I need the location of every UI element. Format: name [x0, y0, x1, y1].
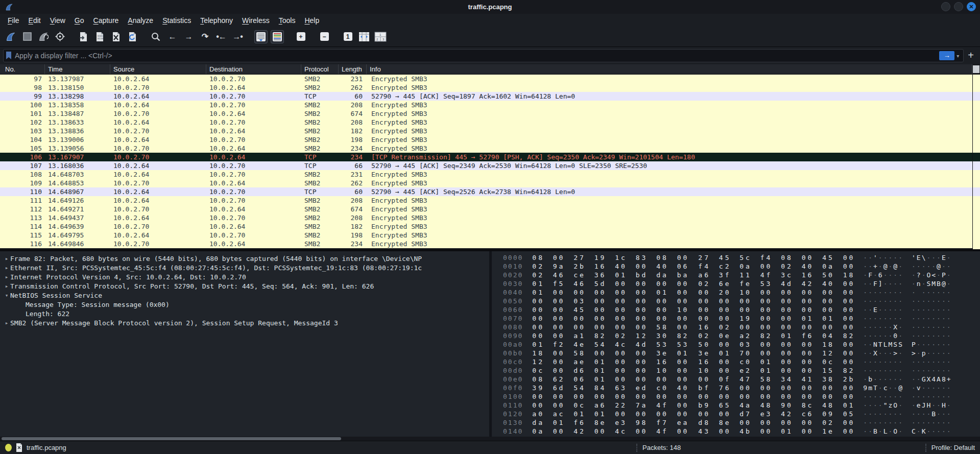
column-header-time[interactable]: Time: [45, 64, 110, 74]
hex-row[interactable]: 00f039 6d 54 84 63 ed c0 40bf 76 00 00 0…: [503, 384, 980, 393]
packet-row[interactable]: 10713.16803610.0.2.6410.0.2.70TCP6652790…: [0, 161, 972, 170]
packet-row[interactable]: 11514.64979510.0.2.6410.0.2.70SMB2198Enc…: [0, 231, 972, 240]
column-header-destination[interactable]: Destination: [206, 64, 301, 74]
apply-filter-button[interactable]: →: [939, 51, 954, 60]
hex-row[interactable]: 010000 00 00 00 00 00 00 0000 00 00 00 0…: [503, 393, 980, 401]
hex-row[interactable]: 00a001 f2 4e 54 4c 4d 53 5350 00 03 00 0…: [503, 341, 980, 349]
packet-row[interactable]: 9813.13815010.0.2.7010.0.2.64SMB2262Encr…: [0, 83, 972, 92]
packet-row[interactable]: 11014.64896710.0.2.6410.0.2.70TCP6052790…: [0, 187, 972, 196]
hex-row[interactable]: 0130da 01 f6 8e e3 98 f7 ead8 8e 00 00 0…: [503, 419, 980, 427]
tree-collapsed-arrow-icon[interactable]: ▸: [3, 283, 10, 290]
packet-row[interactable]: 10613.16790710.0.2.7010.0.2.64TCP234[TCP…: [0, 153, 972, 161]
capture-file-properties-icon[interactable]: [16, 443, 22, 452]
column-header-no[interactable]: No.: [0, 64, 45, 74]
go-last-packet-button[interactable]: →•: [231, 30, 244, 43]
detail-line[interactable]: ▸Internet Protocol Version 4, Src: 10.0.…: [3, 272, 489, 281]
packet-row[interactable]: 10914.64885310.0.2.7010.0.2.64SMB2262Enc…: [0, 179, 972, 187]
packet-list-scrollbar-minimap[interactable]: [972, 75, 980, 249]
hex-row[interactable]: 003001 f5 46 5d 00 00 00 0002 6e fe 53 4…: [503, 280, 980, 289]
hex-row[interactable]: 004001 00 00 00 00 00 01 0000 20 10 00 0…: [503, 289, 980, 297]
restart-capture-button[interactable]: [37, 30, 50, 43]
packet-row[interactable]: 11614.64984610.0.2.7010.0.2.64SMB2234Enc…: [0, 240, 972, 248]
start-capture-button[interactable]: [4, 30, 17, 43]
detail-line[interactable]: ▸Ethernet II, Src: PCSSystemtec_45:5c:f4…: [3, 263, 489, 272]
status-profile[interactable]: Profile: Default: [925, 444, 975, 452]
menu-item-analyze[interactable]: Analyze: [123, 15, 158, 26]
packet-row[interactable]: 10113.13848710.0.2.7010.0.2.64SMB2674Enc…: [0, 109, 972, 118]
capture-options-button[interactable]: [53, 30, 66, 43]
menu-item-statistics[interactable]: Statistics: [158, 15, 196, 26]
go-forward-button[interactable]: →: [182, 30, 195, 43]
detail-line[interactable]: ▾NetBIOS Session Service: [3, 291, 489, 300]
filter-dropdown-caret-icon[interactable]: ▾: [954, 53, 961, 59]
auto-scroll-toggle[interactable]: [254, 30, 268, 43]
expert-info-icon[interactable]: [5, 444, 12, 451]
hex-row[interactable]: 001002 9a 2b 16 40 00 40 06f4 c2 0a 00 0…: [503, 262, 980, 271]
go-first-packet-button[interactable]: •←: [214, 30, 228, 43]
scrollbar-thumb[interactable]: [2, 437, 341, 440]
packet-row[interactable]: 9913.13829810.0.2.6410.0.2.70TCP6052790 …: [0, 92, 972, 101]
bookmark-icon[interactable]: [6, 52, 12, 60]
hex-row[interactable]: 0120a0 ac 01 01 00 00 00 0000 00 d7 e3 4…: [503, 410, 980, 419]
packet-row[interactable]: 11314.64943710.0.2.6410.0.2.70SMB2208Enc…: [0, 213, 972, 222]
hex-row[interactable]: 00d00c 00 d6 01 00 00 10 0010 00 e2 01 0…: [503, 367, 980, 375]
zoom-out-button[interactable]: −: [318, 30, 331, 43]
packet-row[interactable]: 9713.13798710.0.2.6410.0.2.70SMB2231Encr…: [0, 75, 972, 83]
hex-row[interactable]: 002002 46 ce 36 01 bd da baa6 3f 11 4f 3…: [503, 271, 980, 280]
packet-row[interactable]: 10814.64870310.0.2.6410.0.2.70SMB2231Enc…: [0, 170, 972, 179]
menu-item-telephony[interactable]: Telephony: [196, 15, 237, 26]
go-back-button[interactable]: ←: [165, 30, 179, 43]
open-file-button[interactable]: [77, 30, 90, 43]
detail-line[interactable]: ▸Frame 82: Packet, 680 bytes on wire (54…: [3, 254, 489, 263]
tree-collapsed-arrow-icon[interactable]: ▸: [3, 255, 10, 262]
menu-item-wireless[interactable]: Wireless: [237, 15, 274, 26]
menu-item-help[interactable]: Help: [300, 15, 324, 26]
reload-file-button[interactable]: [126, 30, 139, 43]
hex-row[interactable]: 00c012 00 ae 01 00 00 16 0016 00 c0 01 0…: [503, 358, 980, 367]
menu-item-tools[interactable]: Tools: [274, 15, 300, 26]
tree-collapsed-arrow-icon[interactable]: ▸: [3, 265, 10, 271]
column-header-info[interactable]: Info: [367, 64, 972, 74]
menu-item-view[interactable]: View: [45, 15, 70, 26]
hex-row[interactable]: 007000 00 00 00 00 00 00 0000 00 19 00 0…: [503, 315, 980, 323]
hex-row[interactable]: 006000 00 45 00 00 00 00 1000 00 00 00 0…: [503, 306, 980, 315]
tree-collapsed-arrow-icon[interactable]: ▸: [3, 320, 10, 326]
details-horizontal-scrollbar[interactable]: [0, 437, 980, 441]
zoom-in-button[interactable]: +: [294, 30, 307, 43]
add-filter-button[interactable]: +: [968, 50, 977, 62]
find-packet-button[interactable]: [149, 30, 162, 43]
display-filter-input[interactable]: [12, 52, 939, 60]
maximize-button[interactable]: [954, 2, 963, 11]
hex-row[interactable]: 01400a 00 42 00 4c 00 4f 0043 00 4b 00 0…: [503, 427, 980, 436]
packet-row[interactable]: 11414.64963910.0.2.7010.0.2.64SMB2182Enc…: [0, 222, 972, 231]
menu-item-capture[interactable]: Capture: [89, 15, 124, 26]
go-to-packet-button[interactable]: ↷: [198, 30, 211, 43]
close-file-button[interactable]: [109, 30, 123, 43]
resize-columns-button[interactable]: [357, 30, 371, 43]
detail-line[interactable]: ▸SMB2 (Server Message Block Protocol ver…: [3, 318, 489, 327]
packet-row[interactable]: 11114.64912610.0.2.6410.0.2.70SMB2208Enc…: [0, 196, 972, 205]
stop-capture-button[interactable]: [20, 30, 34, 43]
layout-panes-button[interactable]: 123: [374, 30, 387, 43]
menu-item-go[interactable]: Go: [70, 15, 89, 26]
close-button[interactable]: ✕: [967, 2, 976, 11]
packet-row[interactable]: 10313.13883610.0.2.7010.0.2.64SMB2182Enc…: [0, 127, 972, 135]
zoom-100-button[interactable]: 1: [341, 30, 354, 43]
packet-row[interactable]: 11214.64927110.0.2.7010.0.2.64SMB2674Enc…: [0, 205, 972, 213]
hex-row[interactable]: 00e008 62 06 01 00 00 00 0000 0f 47 58 3…: [503, 375, 980, 384]
packet-row[interactable]: 10513.13905610.0.2.7010.0.2.64SMB2234Enc…: [0, 144, 972, 153]
packet-row[interactable]: 10213.13863310.0.2.6410.0.2.70SMB2208Enc…: [0, 118, 972, 127]
hex-row[interactable]: 005000 00 03 00 00 00 00 0000 00 00 00 0…: [503, 297, 980, 306]
colorize-toggle[interactable]: [271, 30, 284, 43]
minimize-button[interactable]: [941, 2, 950, 11]
detail-line[interactable]: ▸Transmission Control Protocol, Src Port…: [3, 281, 489, 291]
packet-row[interactable]: 10413.13900610.0.2.6410.0.2.70SMB2198Enc…: [0, 135, 972, 144]
menu-item-file[interactable]: File: [3, 15, 24, 26]
tree-expanded-arrow-icon[interactable]: ▾: [3, 292, 10, 299]
detail-line[interactable]: Message Type: Session message (0x00): [3, 300, 489, 309]
packet-row[interactable]: 10013.13835810.0.2.6410.0.2.70SMB2208Enc…: [0, 101, 972, 109]
hex-row[interactable]: 009000 00 a1 82 02 12 30 8202 0e a2 82 0…: [503, 332, 980, 341]
tree-collapsed-arrow-icon[interactable]: ▸: [3, 274, 10, 280]
hex-row[interactable]: 00b018 00 58 00 00 00 3e 013e 01 70 00 0…: [503, 349, 980, 358]
save-file-button[interactable]: 01010110: [93, 30, 106, 43]
